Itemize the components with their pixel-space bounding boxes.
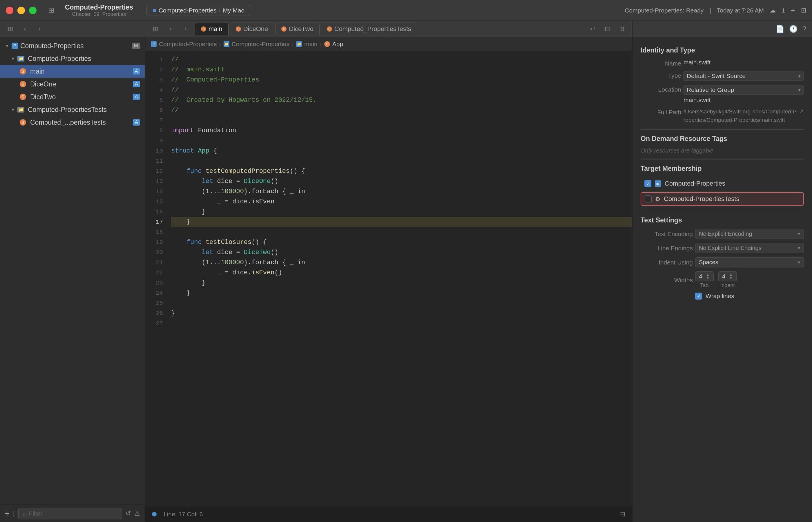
main-layout: ⊞ ‹ › ▾ P Computed-Properties M ▾ 📁 Comp… xyxy=(0,21,812,522)
swift-file-icon: S xyxy=(20,94,26,100)
sidebar-item-label-main: main xyxy=(30,67,130,75)
indent-increment-icon[interactable]: ▲ xyxy=(729,273,733,276)
cloud-icon: ☁ xyxy=(770,7,776,14)
editor-forward-icon[interactable]: › xyxy=(180,23,191,35)
filter-label: Filter xyxy=(29,510,43,517)
code-editor[interactable]: 1 2 3 4 5 6 7 8 9 10 11 12 13 14 15 16 1… xyxy=(145,51,632,506)
type-dropdown[interactable]: Default - Swift Source ▾ xyxy=(684,71,804,81)
tab-diceone[interactable]: S DiceOne xyxy=(230,23,275,35)
tab-stepper-arrows[interactable]: ▲ ▼ xyxy=(706,273,710,280)
fullpath-reveal-icon[interactable]: ↗ xyxy=(799,107,804,115)
indent-decrement-icon[interactable]: ▼ xyxy=(729,277,733,280)
line-endings-dropdown[interactable]: No Explicit Line Endings ▾ xyxy=(695,243,804,253)
sidebar-item-main[interactable]: S main A xyxy=(0,65,145,78)
indent-stepper[interactable]: 4 ▲ ▼ xyxy=(718,272,737,281)
target-label-0: Computed-Properties xyxy=(665,180,725,187)
warning-icon[interactable]: ⚠ xyxy=(134,510,140,517)
diceone-badge: A xyxy=(133,81,140,87)
breadcrumb-4: App xyxy=(332,41,343,47)
code-line-25 xyxy=(171,298,632,308)
sidebar-item-root[interactable]: ▾ P Computed-Properties M xyxy=(0,39,145,52)
wrap-lines-checkbox[interactable]: ✓ xyxy=(695,293,702,300)
indent-using-dropdown[interactable]: Spaces ▾ xyxy=(695,257,804,267)
code-line-15: _ = dice.isEven xyxy=(171,197,632,207)
window-tab-active[interactable]: ■ Computed-Properties › My Mac xyxy=(146,5,250,16)
swift-icon: S xyxy=(201,26,206,32)
inspector-help-icon[interactable]: ? xyxy=(803,25,806,33)
editor-layout-icon[interactable]: ⊟ xyxy=(602,23,613,35)
status-right-icon[interactable]: ⊟ xyxy=(620,510,625,518)
minimize-button[interactable] xyxy=(17,7,25,14)
section-ondemand-title: On Demand Resource Tags xyxy=(641,135,804,143)
indent-stepper-arrows[interactable]: ▲ ▼ xyxy=(729,273,733,280)
code-line-3: // Computed-Properties xyxy=(171,75,632,85)
chevron-down-icon: ▾ xyxy=(11,56,15,61)
code-line-27 xyxy=(171,318,632,328)
tests-badge: A xyxy=(133,119,140,125)
dicetwo-badge: A xyxy=(133,94,140,100)
sidebar-tests-group-label: Computed-PropertiesTests xyxy=(28,106,140,114)
editor-undo-icon[interactable]: ↩ xyxy=(587,23,598,35)
editor-tabs: S main S DiceOne S DiceTwo S Computed_Pr… xyxy=(195,23,584,35)
fullpath-row: Full Path /Users/saebyul/git/Swift-org-d… xyxy=(641,107,804,124)
wrap-lines-control: ✓ Wrap lines xyxy=(695,293,734,300)
folder-icon: 📁 xyxy=(17,56,24,61)
sidebar-nav-forward-icon[interactable]: › xyxy=(34,23,45,35)
target-checkbox-1[interactable] xyxy=(645,196,652,202)
sidebar-group-computed[interactable]: ▾ 📁 Computed-Properties xyxy=(0,52,145,65)
editor-back-icon[interactable]: ‹ xyxy=(165,23,176,35)
tab-main[interactable]: S main xyxy=(195,23,228,35)
sidebar-item-diceone[interactable]: S DiceOne A xyxy=(0,78,145,91)
location-dropdown-arrow: ▾ xyxy=(798,87,801,93)
close-button[interactable] xyxy=(6,7,13,14)
code-line-10: struct App { xyxy=(171,146,632,156)
project-info: Computed-Properties Chapter_09_Propertie… xyxy=(65,3,133,17)
sidebar-nav-back-icon[interactable]: ‹ xyxy=(19,23,31,35)
location-dropdown[interactable]: Relative to Group ▾ xyxy=(684,85,804,95)
code-line-16: } xyxy=(171,207,632,217)
inspector-file-icon[interactable]: 📄 xyxy=(776,25,785,33)
fullpath-value-container: /Users/saebyul/git/Swift-org-docs/Comput… xyxy=(684,107,804,124)
indent-using-row: Indent Using Spaces ▾ xyxy=(641,257,804,267)
sidebar-toggle-icon[interactable]: ⊞ xyxy=(48,6,55,15)
tab-increment-icon[interactable]: ▲ xyxy=(706,273,710,276)
code-line-17: } xyxy=(171,217,632,227)
target-icon-1: ⚙ xyxy=(655,196,660,202)
widths-label: Widths xyxy=(641,277,693,284)
history-icon[interactable]: ↺ xyxy=(126,510,131,517)
sidebar-nav-grid-icon[interactable]: ⊞ xyxy=(5,23,16,35)
folder-icon: 📁 xyxy=(17,107,24,113)
tab-decrement-icon[interactable]: ▼ xyxy=(706,277,710,280)
target-checkbox-0[interactable]: ✓ xyxy=(644,180,651,187)
tab-computed-tests[interactable]: S Computed_PropertiesTests xyxy=(321,23,417,35)
traffic-lights xyxy=(6,7,37,14)
layout-icon[interactable]: ⊡ xyxy=(801,7,806,14)
add-tab-button[interactable]: + xyxy=(791,6,795,15)
code-line-20: let dice = DiceTwo() xyxy=(171,247,632,258)
sidebar-item-dicetwo[interactable]: S DiceTwo A xyxy=(0,91,145,103)
filter-box[interactable]: ⌕ Filter xyxy=(18,508,122,519)
section-identity-title: Identity and Type xyxy=(641,46,804,54)
identity-type-row: Type Default - Swift Source ▾ xyxy=(641,71,804,81)
status-bar: Line: 17 Col: 6 ⊟ xyxy=(145,506,632,522)
line-endings-row: Line Endings No Explicit Line Endings ▾ xyxy=(641,243,804,253)
tab-width-group: 4 ▲ ▼ Tab xyxy=(695,272,714,288)
sidebar-group-tests[interactable]: ▾ 📁 Computed-PropertiesTests xyxy=(0,103,145,116)
inspector-history-icon[interactable]: 🕐 xyxy=(789,25,798,33)
editor-grid-icon[interactable]: ⊞ xyxy=(150,23,161,35)
code-line-24: } xyxy=(171,288,632,298)
tab-dicetwo[interactable]: S DiceTwo xyxy=(275,23,319,35)
sidebar-item-tests[interactable]: S Computed_...pertiesTests A xyxy=(0,116,145,129)
code-lines[interactable]: // // main.swift // Computed-Properties … xyxy=(165,51,632,506)
code-line-2: // main.swift xyxy=(171,65,632,75)
editor-split-icon[interactable]: ⊞ xyxy=(616,23,628,35)
code-line-23: } xyxy=(171,278,632,288)
code-line-18 xyxy=(171,227,632,237)
text-encoding-dropdown[interactable]: No Explicit Encoding ▾ xyxy=(695,229,804,239)
wrap-lines-row: ✓ Wrap lines xyxy=(641,293,804,300)
tab-stepper[interactable]: 4 ▲ ▼ xyxy=(695,272,714,281)
add-file-button[interactable]: + xyxy=(5,509,9,518)
maximize-button[interactable] xyxy=(29,7,37,14)
indent-num-label: Indent xyxy=(720,282,735,288)
separator-2 xyxy=(641,159,804,160)
